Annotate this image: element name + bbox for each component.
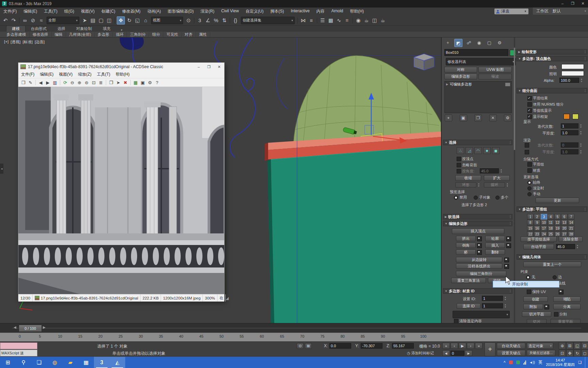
ribbon-overflow-icon[interactable]: ▾	[121, 28, 122, 32]
rollout-material-id[interactable]: ▼多边形: 材质 ID⁞	[443, 288, 512, 294]
extrude-spline-settings-box[interactable]	[504, 264, 509, 269]
select-id-field[interactable]: 1	[482, 303, 503, 308]
maxscript-listener-white[interactable]: MAXScript 迷	[0, 350, 37, 356]
material-editor-icon[interactable]: ◉	[355, 17, 362, 24]
split-checkbox[interactable]	[554, 312, 558, 317]
extrude-settings-box[interactable]	[477, 236, 482, 241]
select-link-icon[interactable]: ∞	[21, 17, 29, 24]
noise-modifier-button[interactable]: 噪波	[478, 74, 512, 79]
detach-button[interactable]: 分离	[553, 304, 581, 309]
mirror-icon[interactable]: ⋈	[299, 17, 307, 24]
loop-button[interactable]: 循环	[484, 182, 505, 187]
browser-icon[interactable]: ◍	[47, 357, 63, 368]
menu-item[interactable]: 内容	[313, 9, 328, 14]
refresh-icon[interactable]: ⟳	[62, 79, 68, 86]
separate-smoothing-groups-checkbox[interactable]	[527, 162, 532, 167]
snaps-toggle-icon[interactable]: 3	[196, 17, 203, 24]
remove-modifier-icon[interactable]: ✕	[489, 114, 497, 121]
update-when-render-radio[interactable]	[527, 186, 532, 190]
attach-settings-box[interactable]	[544, 305, 549, 309]
render-smoothness-checkbox[interactable]	[525, 150, 529, 154]
render-smoothness-field[interactable]: 1.0	[561, 149, 578, 154]
grow-button[interactable]: 扩大	[484, 175, 510, 181]
menu-item[interactable]: 工具(T)	[40, 9, 61, 14]
signin-user-menu[interactable]: 泽袁 ▼	[494, 9, 528, 14]
viewport-label-token[interactable]: [透视]	[11, 40, 20, 45]
smoothing-group-button[interactable]: 26	[554, 231, 561, 237]
smoothing-group-button[interactable]: 22	[527, 231, 534, 237]
timeline-ruler[interactable]: 0510152025303540455055606570758085909510…	[0, 333, 588, 342]
extrude-button[interactable]: 挤出	[456, 236, 476, 241]
element-subobject-icon[interactable]: ◼	[492, 147, 500, 154]
rollout-edit-geometry[interactable]: ▼编辑几何体⁞	[517, 254, 587, 260]
maximize-viewport-icon[interactable]: ◻	[581, 350, 588, 357]
render-production-icon[interactable]: ☕	[379, 17, 387, 24]
ribbon-toggle-icon[interactable]: ▦	[327, 17, 334, 24]
curve-editor-icon[interactable]: ∿	[335, 17, 343, 24]
smooth-result-checkbox[interactable]	[527, 96, 532, 101]
acdsee-menu-item[interactable]: 文件(F)	[18, 72, 37, 77]
smoothing-group-button[interactable]: 17	[541, 226, 547, 231]
start-icon[interactable]: ⊞	[0, 357, 16, 368]
acdsee-app-icon[interactable]: ◭	[110, 357, 125, 368]
menu-item[interactable]: 创建(C)	[98, 9, 119, 14]
constraint-none-radio[interactable]	[526, 275, 530, 279]
move-to-icon[interactable]: ➤	[115, 79, 121, 86]
clear-all-button[interactable]: 清除全部	[559, 236, 583, 242]
menu-item[interactable]: 视图(V)	[78, 9, 98, 14]
shrink-button[interactable]: 收缩	[455, 175, 481, 181]
smoothing-group-button[interactable]: 21	[568, 226, 574, 231]
ribbon-panel-title[interactable]: 修改选择	[30, 32, 52, 37]
pan-view-icon[interactable]: ✥	[566, 350, 573, 357]
set-key-button[interactable]: 设置关键点	[497, 350, 525, 356]
edit-named-selections-icon[interactable]: {}	[232, 17, 239, 24]
track-bar[interactable]	[12, 328, 581, 328]
rollout-selection[interactable]: ▼选择⁞	[443, 140, 512, 145]
vertex-subobject-icon[interactable]: ∴	[457, 147, 464, 154]
isoline-display-checkbox[interactable]	[527, 108, 532, 113]
slice-plane-button[interactable]: 切片平面	[522, 311, 551, 317]
select-id-button[interactable]: 选择 ID	[457, 303, 480, 309]
create-button[interactable]: 创建	[523, 296, 548, 302]
vertex-color-swatch[interactable]	[561, 64, 584, 69]
prev-frame-icon[interactable]: ‹	[451, 343, 458, 349]
clear-selection-checkbox[interactable]	[454, 319, 458, 323]
input-language[interactable]: 英	[538, 359, 542, 365]
file-explorer-icon[interactable]: ▰	[63, 357, 78, 368]
menu-item[interactable]: Interactive	[287, 9, 313, 14]
acdsee-menu-item[interactable]: 视图(V)	[56, 72, 75, 77]
redo-icon[interactable]: ↷	[10, 17, 17, 24]
make-unique-icon[interactable]: ❐	[474, 114, 482, 121]
smoothing-group-button[interactable]: 12	[554, 220, 561, 225]
smoothing-group-button[interactable]: 9	[534, 220, 540, 225]
acdsee-minimize-button[interactable]: –	[194, 63, 204, 71]
zoom-out-icon[interactable]: ⊖	[69, 79, 76, 86]
zoom-fit-icon[interactable]: ⊡	[91, 79, 97, 86]
zoom-extents-icon[interactable]: ◱	[574, 342, 581, 349]
render-setup-icon[interactable]: ☕	[363, 17, 370, 24]
x-coordinate-field[interactable]: 0.0	[329, 343, 351, 349]
smoothing-group-button[interactable]: 6	[561, 214, 568, 219]
acdsee-menu-item[interactable]: 缩放(Z)	[75, 72, 94, 77]
ribbon-panel-title[interactable]: 可见性	[163, 32, 182, 37]
rollout-soft-selection[interactable]: ▶软选择⁞	[443, 214, 512, 219]
auto-smooth-angle-field[interactable]: 45.0	[556, 244, 575, 249]
percent-snap-icon[interactable]: %	[212, 17, 220, 24]
bridge-settings-box[interactable]	[477, 250, 482, 255]
smoothing-group-button[interactable]: 20	[561, 226, 568, 231]
update-always-radio[interactable]	[527, 181, 532, 185]
retriangulate-button[interactable]: 重复三角算法	[451, 278, 486, 283]
time-tag[interactable]: ◷ 添加时间标记	[407, 351, 434, 356]
preview-multi-radio[interactable]	[495, 196, 500, 200]
rectangular-region-icon[interactable]: ▢	[97, 17, 105, 24]
smoothing-group-button[interactable]: 25	[548, 231, 554, 237]
zoom-region-icon[interactable]: ⊡	[559, 350, 566, 357]
select-by-sg-button[interactable]: 按平滑组选择	[521, 236, 557, 242]
ribbon-tab[interactable]: 对象绘制	[71, 26, 97, 32]
menu-item[interactable]: 文件(F)	[0, 9, 20, 14]
prev-frame-arrow-icon[interactable]: ◀	[14, 325, 16, 329]
panel-scrollbar[interactable]	[514, 37, 515, 323]
ribbon-panel-title[interactable]: 多边形	[95, 32, 113, 37]
bind-spacewarp-icon[interactable]: ≈	[37, 17, 45, 24]
viewport-label-token[interactable]: [标准]	[23, 40, 33, 45]
